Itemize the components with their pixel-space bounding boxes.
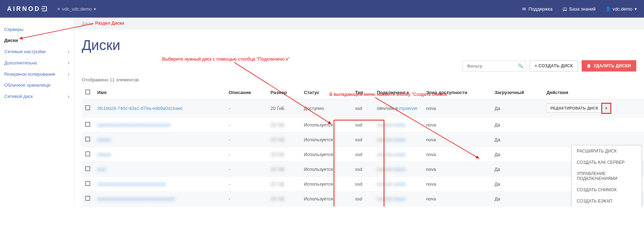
actions-dropdown: РАСШИРИТЬ ДИСКСОЗДАТЬ КАК СЕРВЕРУПРАВЛЕН… <box>571 145 642 206</box>
delete-disks-button[interactable]: 🗑 УДАЛИТЬ ДИСКИ <box>582 60 636 71</box>
cell-status: Используется <box>301 132 352 147</box>
chevron-right-icon: › <box>68 71 69 77</box>
cell-status: Используется <box>301 192 352 206</box>
attached-server-link[interactable]: xxxxx <box>394 196 406 201</box>
row-checkbox[interactable] <box>85 166 90 171</box>
logo: AIRNOD <box>7 5 47 13</box>
create-disk-button[interactable]: + СОЗДАТЬ ДИСК <box>530 60 578 71</box>
dropdown-item-3[interactable]: СОЗДАТЬ СНИМОК <box>572 184 642 195</box>
attached-server-link[interactable]: xxxxx <box>394 122 406 127</box>
row-checkbox[interactable] <box>85 137 90 142</box>
col-status[interactable]: Статус <box>301 86 352 99</box>
dropdown-item-1[interactable]: СОЗДАТЬ КАК СЕРВЕР <box>572 157 642 168</box>
row-checkbox[interactable] <box>85 105 90 110</box>
nav-right: ✉ Поддержка 🕮 База знаний 👤 vdc.demo ▾ <box>521 6 637 12</box>
attached-prefix: xxxxxxx <box>377 196 394 201</box>
cell-status: Используется <box>301 118 352 132</box>
nav-user[interactable]: 👤 vdc.demo ▾ <box>606 6 637 12</box>
col-name[interactable]: Имя <box>94 86 225 99</box>
col-zone[interactable]: Зона доступности <box>422 86 491 99</box>
sidebar-item-1[interactable]: Диски <box>0 35 74 46</box>
cell-desc: - <box>225 99 267 118</box>
sidebar-item-2[interactable]: Сетевые настройки› <box>0 46 74 57</box>
cell-boot: Да <box>491 132 543 147</box>
nav-support[interactable]: ✉ Поддержка <box>521 6 552 12</box>
cell-type: ssd <box>352 177 373 192</box>
toolbar: 🔍 + СОЗДАТЬ ДИСК 🗑 УДАЛИТЬ ДИСКИ <box>74 57 644 75</box>
cell-boot: Да <box>491 162 543 177</box>
cell-zone: nova <box>422 162 491 177</box>
attached-server-link[interactable]: xxxxx <box>394 181 406 187</box>
col-boot[interactable]: Загрузочный <box>491 86 543 99</box>
project-name: vdc_vdc.demo <box>62 6 92 12</box>
disk-name-link[interactable]: xxxxxx <box>97 137 111 142</box>
col-type[interactable]: Тип <box>352 86 373 99</box>
caret-down-icon: ▾ <box>634 6 637 12</box>
table-row: xxxxxx-20 ГиБИспользуетсяssdxxxxxxx xxxx… <box>82 147 644 162</box>
cell-zone: nova <box>422 147 491 162</box>
dropdown-item-2[interactable]: УПРАВЛЕНИЕ ПОДКЛЮЧЕНИЯМИ <box>572 168 642 184</box>
disk-name-link[interactable]: xxxxxxxxxxxxxxxxxxxxxxxxxxxxxx <box>97 181 166 187</box>
col-size[interactable]: Размер <box>267 86 301 99</box>
edit-disk-button[interactable]: РЕДАКТИРОВАТЬ ДИСК <box>546 104 602 113</box>
disk-name-link[interactable]: xxxx <box>97 167 106 172</box>
attached-server-link[interactable]: xxxxx <box>394 167 406 172</box>
cell-attached: xxxxxxx xxxxx <box>373 162 422 177</box>
row-checkbox[interactable] <box>85 151 90 156</box>
nav-user-label: vdc.demo <box>613 6 632 12</box>
nav-kb[interactable]: 🕮 База знаний <box>562 6 596 12</box>
sidebar-item-5[interactable]: Облачное хранилище <box>0 80 74 91</box>
disk-name-link[interactable]: xxxxxxxxxxxxxxxxxxxxxxxxxxxxxxxx <box>97 122 171 127</box>
sidebar-item-0[interactable]: Серверы <box>0 24 74 35</box>
cell-boot: Да <box>491 99 543 118</box>
cell-status: Используется <box>301 147 352 162</box>
disk-name-link[interactable]: xxxxxxxxxxxxxxxxxxxxxxxxxxxxxxxxxx <box>97 196 175 201</box>
hamburger-icon: ≡ <box>57 6 60 12</box>
row-checkbox[interactable] <box>85 181 90 186</box>
cell-actions <box>543 118 644 132</box>
row-checkbox[interactable] <box>85 122 90 127</box>
logo-e-icon <box>42 6 47 11</box>
attached-server-link[interactable]: xxxxx <box>394 152 406 157</box>
cell-type: ssd <box>352 118 373 132</box>
actions-caret-button[interactable]: ▾ <box>602 104 611 113</box>
cell-desc: - <box>225 147 267 162</box>
sidebar-item-3[interactable]: Дополнительно› <box>0 57 74 68</box>
cell-zone: nova <box>422 132 491 147</box>
cell-boot: Да <box>491 177 543 192</box>
attached-server-link[interactable]: myserver <box>399 106 418 111</box>
table-row: xxxx-20 ГиБИспользуетсяssdxxxxxxx xxxxxn… <box>82 162 644 177</box>
cell-desc: - <box>225 177 267 192</box>
col-attached[interactable]: Подключено к <box>373 86 422 99</box>
table-row: xxxxxxxxxxxxxxxxxxxxxxxxxxxxxx-20 ГиБИсп… <box>82 177 644 192</box>
sidebar-item-4[interactable]: Резервное копирование› <box>0 68 74 80</box>
disk-name-link[interactable]: 3fc1bb28-740c-43a1-879a-edb9a0d1baec <box>97 106 183 111</box>
trash-icon: 🗑 <box>587 63 591 68</box>
dropdown-item-4[interactable]: СОЗДАТЬ БЭКАП <box>572 195 642 206</box>
row-checkbox[interactable] <box>85 196 90 201</box>
table-row: xxxxxxxxxxxxxxxxxxxxxxxxxxxxxxxx-20 ГиБИ… <box>82 118 644 132</box>
sidebar-item-label: Сетевые настройки <box>4 49 46 54</box>
delete-disks-label: УДАЛИТЬ ДИСКИ <box>594 63 631 68</box>
cell-type: ssd <box>352 99 373 118</box>
cell-size: 20 ГиБ <box>267 132 301 147</box>
select-all-checkbox[interactable] <box>85 89 90 94</box>
cell-attached: xxxxxxx xxxxx <box>373 192 422 206</box>
filter-input[interactable] <box>463 61 526 71</box>
content-area: Диски Диски Раздел Диски Выберите нужный… <box>74 18 644 206</box>
cell-actions: РЕДАКТИРОВАТЬ ДИСК▾ <box>543 99 644 118</box>
cell-desc: - <box>225 118 267 132</box>
col-desc[interactable]: Описание <box>225 86 267 99</box>
cell-zone: nova <box>422 192 491 206</box>
cell-status: Используется <box>301 177 352 192</box>
attached-server-link[interactable]: xxxxx <box>394 137 406 142</box>
cell-size: 20 ГиБ <box>267 118 301 132</box>
sidebar-item-6[interactable]: Сетевой диск› <box>0 91 74 102</box>
count-label: Отображено 11 элементов <box>74 75 644 86</box>
cell-type: ssd <box>352 162 373 177</box>
disks-table: Имя Описание Размер Статус Тип Подключен… <box>82 86 644 206</box>
dropdown-item-0[interactable]: РАСШИРИТЬ ДИСК <box>572 145 642 157</box>
cell-status: Используется <box>301 162 352 177</box>
disk-name-link[interactable]: xxxxxx <box>97 152 111 157</box>
project-selector[interactable]: ≡ vdc_vdc.demo ▾ <box>57 6 96 12</box>
